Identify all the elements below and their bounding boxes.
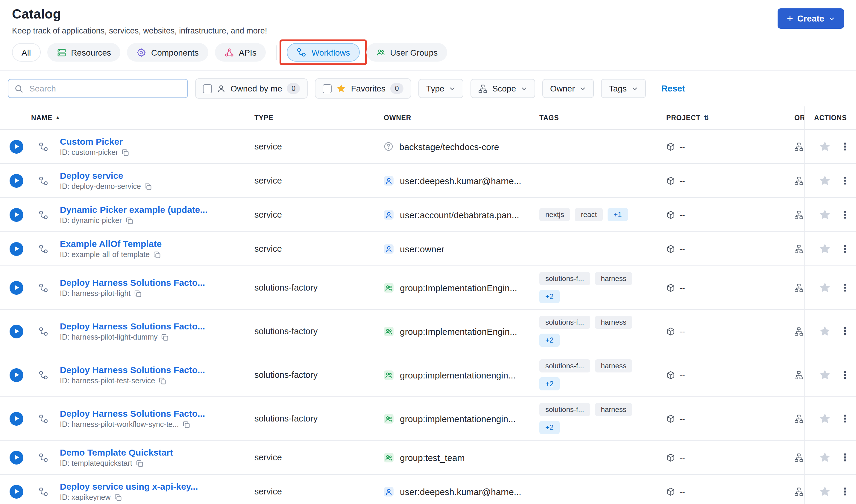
filter-toggle-favorites[interactable]: Favorites 0	[315, 78, 411, 98]
workflow-icon	[38, 413, 49, 424]
favorite-star-icon[interactable]	[819, 485, 831, 498]
favorite-star-icon[interactable]	[819, 413, 831, 425]
page-title: Catalog	[12, 6, 267, 22]
tab-all[interactable]: All	[12, 43, 40, 61]
column-header-name[interactable]: NAME ▲	[0, 114, 254, 121]
person-icon	[217, 84, 226, 93]
owner-value: group:ImplementationEngin...	[400, 283, 517, 293]
table-header-row: NAME ▲ TYPE OWNER TAGS PROJECT ⇅ OR ACTI…	[0, 106, 856, 130]
copy-icon[interactable]	[125, 217, 133, 224]
workflow-name-link[interactable]: Deploy Harness Solutions Facto...	[60, 408, 205, 418]
favorite-star-icon[interactable]	[819, 282, 831, 293]
kebab-menu-icon[interactable]: ⋮	[840, 244, 850, 254]
column-header-project[interactable]: PROJECT ⇅	[666, 114, 794, 121]
launch-workflow-button[interactable]	[10, 281, 23, 294]
kebab-menu-icon[interactable]: ⋮	[840, 452, 850, 463]
tag-chip: +2	[540, 377, 560, 391]
launch-workflow-button[interactable]	[10, 140, 23, 154]
table-row: Deploy service using x-api-key... ID: xa…	[0, 475, 856, 504]
checkbox[interactable]	[203, 84, 212, 93]
create-button-label: Create	[797, 14, 824, 23]
workflow-name-link[interactable]: Deploy service	[60, 170, 123, 181]
package-icon	[666, 210, 675, 219]
type-value: solutions-factory	[254, 414, 318, 423]
workflow-name-link[interactable]: Deploy Harness Solutions Facto...	[60, 365, 205, 375]
project-value: --	[680, 210, 685, 219]
org-icon	[794, 414, 803, 423]
filter-dropdown-owner[interactable]: Owner	[542, 79, 594, 98]
owner-value: user:owner	[400, 244, 444, 254]
kebab-menu-icon[interactable]: ⋮	[840, 370, 850, 380]
copy-icon[interactable]	[136, 460, 144, 467]
tab-workflows[interactable]: Workflows	[287, 43, 360, 61]
launch-workflow-button[interactable]	[10, 485, 23, 498]
tab-apis[interactable]: APIs	[215, 43, 266, 61]
launch-workflow-button[interactable]	[10, 450, 23, 464]
workflow-id: ID: custom-picker	[60, 148, 118, 157]
workflow-name-link[interactable]: Deploy service using x-api-key...	[60, 481, 198, 491]
kebab-menu-icon[interactable]: ⋮	[840, 141, 850, 151]
workflow-id: ID: templatequickstart	[60, 459, 132, 468]
favorite-star-icon[interactable]	[819, 243, 831, 255]
filter-dropdown-type[interactable]: Type	[418, 79, 464, 98]
checkbox[interactable]	[323, 84, 332, 93]
favorite-star-icon[interactable]	[819, 175, 831, 186]
launch-workflow-button[interactable]	[10, 368, 23, 382]
chevron-down-icon	[632, 85, 638, 92]
workflow-name-link[interactable]: Example AllOf Template	[60, 238, 161, 249]
search-box[interactable]	[8, 79, 188, 98]
copy-icon[interactable]	[122, 148, 130, 156]
table-row: Demo Template Quickstart ID: templatequi…	[0, 440, 856, 475]
reset-filters-link[interactable]: Reset	[662, 84, 685, 93]
launch-workflow-button[interactable]	[10, 208, 23, 221]
launch-workflow-button[interactable]	[10, 412, 23, 426]
favorite-star-icon[interactable]	[819, 209, 831, 221]
filter-dropdown-scope[interactable]: Scope	[471, 79, 535, 98]
owner-value: group:ImplementationEngin...	[400, 326, 517, 336]
tab-resources[interactable]: Resources	[47, 43, 121, 61]
tab-user-groups[interactable]: User Groups	[366, 43, 447, 61]
type-value: service	[254, 453, 282, 462]
org-icon	[794, 327, 803, 336]
workflow-name-link[interactable]: Demo Template Quickstart	[60, 447, 173, 457]
table-row: Deploy Harness Solutions Facto... ID: ha…	[0, 266, 856, 310]
launch-workflow-button[interactable]	[10, 242, 23, 256]
filter-dropdown-tags[interactable]: Tags	[601, 79, 646, 98]
kebab-menu-icon[interactable]: ⋮	[840, 326, 850, 336]
tabs-divider	[276, 45, 277, 59]
favorite-star-icon[interactable]	[819, 369, 831, 381]
user-icon	[384, 210, 394, 220]
type-value: solutions-factory	[254, 370, 318, 380]
favorite-star-icon[interactable]	[819, 451, 831, 463]
favorite-star-icon[interactable]	[819, 325, 831, 337]
kebab-menu-icon[interactable]: ⋮	[840, 210, 850, 220]
copy-icon[interactable]	[159, 377, 167, 385]
filter-toggle-owned-by-me[interactable]: Owned by me 0	[195, 78, 308, 98]
workflow-name-link[interactable]: Deploy Harness Solutions Facto...	[60, 321, 205, 331]
create-button[interactable]: + Create	[778, 8, 844, 29]
kebab-menu-icon[interactable]: ⋮	[840, 283, 850, 293]
workflow-name-link[interactable]: Deploy Harness Solutions Facto...	[60, 277, 205, 288]
kebab-menu-icon[interactable]: ⋮	[840, 486, 850, 497]
launch-workflow-button[interactable]	[10, 174, 23, 187]
copy-icon[interactable]	[153, 251, 161, 258]
page-header-text: Catalog Keep track of applications, serv…	[12, 6, 267, 35]
tab-components[interactable]: Components	[127, 43, 208, 61]
package-icon	[666, 327, 675, 336]
kebab-menu-icon[interactable]: ⋮	[840, 413, 850, 424]
kebab-menu-icon[interactable]: ⋮	[840, 176, 850, 186]
search-input[interactable]	[28, 83, 182, 94]
copy-icon[interactable]	[161, 333, 169, 341]
workflow-name-link[interactable]: Custom Picker	[60, 136, 123, 146]
launch-workflow-button[interactable]	[10, 324, 23, 338]
favorite-star-icon[interactable]	[819, 141, 831, 152]
copy-icon[interactable]	[114, 493, 122, 501]
org-icon	[794, 244, 803, 253]
copy-icon[interactable]	[182, 420, 190, 428]
type-value: solutions-factory	[254, 326, 318, 336]
copy-icon[interactable]	[134, 290, 142, 298]
workflow-name-link[interactable]: Dynamic Picker example (update...	[60, 204, 208, 215]
column-header-org: OR	[794, 114, 804, 121]
owner-value: group:implementationengin...	[400, 370, 516, 380]
copy-icon[interactable]	[144, 183, 152, 191]
